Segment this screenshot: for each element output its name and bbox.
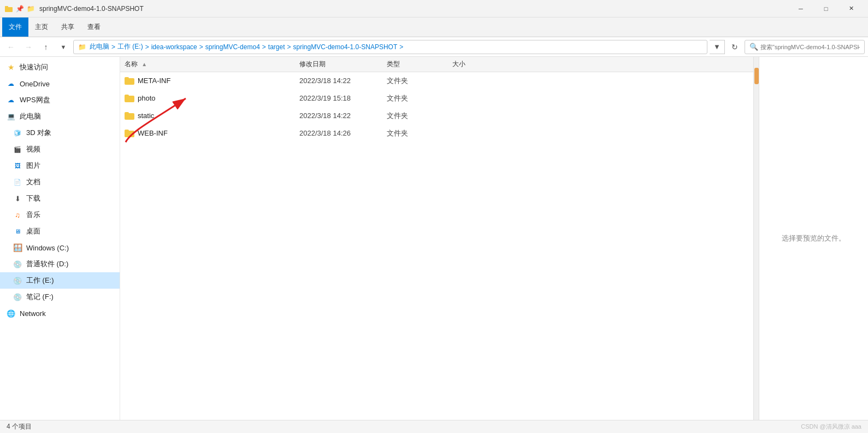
- table-row[interactable]: photo 2022/3/19 15:18 文件夹: [120, 90, 753, 107]
- sidebar-item-onedrive[interactable]: ☁ OneDrive: [0, 75, 120, 92]
- sidebar-item-3d[interactable]: 🧊 3D 对象: [0, 125, 120, 141]
- folder-icon-photo: [125, 95, 134, 102]
- file-date-web-inf: 2022/3/18 14:26: [295, 129, 382, 137]
- tab-home[interactable]: 主页: [28, 17, 55, 37]
- sidebar-label-documents: 文档: [26, 177, 40, 187]
- column-size[interactable]: 大小: [448, 60, 503, 69]
- sidebar-item-desktop[interactable]: 🖥 桌面: [0, 223, 120, 239]
- this-pc-icon: 💻: [7, 112, 15, 121]
- file-name-meta-inf: META-INF: [120, 77, 295, 85]
- sidebar-label-music: 音乐: [26, 210, 40, 220]
- table-row[interactable]: WEB-INF 2022/3/18 14:26 文件夹: [120, 125, 753, 142]
- folder-icon-meta-inf: [125, 77, 134, 85]
- address-row: ← → ↑ ▼ 📁 此电脑 > 工作 (E:) > idea-workspace…: [0, 37, 868, 57]
- column-headers: 名称 ▲ 修改日期 类型 大小: [120, 57, 753, 72]
- window-controls: ─ □ ✕: [788, 0, 864, 17]
- sidebar-item-network[interactable]: 🌐 Network: [0, 305, 120, 321]
- breadcrumb-project[interactable]: springMVC-demo4: [205, 43, 260, 51]
- sidebar-label-network: Network: [20, 309, 46, 318]
- file-name-static: static: [120, 112, 295, 120]
- column-name[interactable]: 名称 ▲: [120, 60, 295, 69]
- sidebar-item-wps[interactable]: ☁ WPS网盘: [0, 92, 120, 108]
- tab-file[interactable]: 文件: [2, 17, 28, 37]
- sidebar-item-software-d[interactable]: 💿 普通软件 (D:): [0, 256, 120, 272]
- title-bar-icons: 📌 📁: [4, 4, 35, 13]
- sidebar-label-3d: 3D 对象: [26, 128, 51, 138]
- address-bar[interactable]: 📁 此电脑 > 工作 (E:) > idea-workspace > sprin…: [73, 40, 707, 54]
- quick-access-icon: ★: [7, 63, 15, 72]
- documents-icon: 📄: [13, 178, 22, 186]
- breadcrumb-this-pc[interactable]: 此电脑: [90, 42, 109, 51]
- sort-icon-name: ▲: [141, 61, 147, 67]
- sidebar-item-quick-access[interactable]: ★ 快速访问: [0, 59, 120, 75]
- onedrive-icon: ☁: [7, 79, 15, 88]
- tab-share[interactable]: 共享: [55, 17, 81, 37]
- file-date-meta-inf: 2022/3/18 14:22: [295, 77, 382, 85]
- title-icon-yellow: [4, 4, 13, 13]
- title-icon-pin: 📌: [15, 4, 24, 13]
- breadcrumb-e[interactable]: 工作 (E:): [117, 42, 143, 51]
- maximize-button[interactable]: □: [813, 0, 839, 17]
- sidebar-label-notes-f: 笔记 (F:): [26, 292, 54, 302]
- file-type-meta-inf: 文件夹: [382, 76, 448, 86]
- table-row[interactable]: static 2022/3/18 14:22 文件夹: [120, 107, 753, 125]
- vertical-scrollbar[interactable]: [753, 57, 759, 420]
- sidebar-label-desktop: 桌面: [26, 226, 40, 236]
- sidebar-label-pictures: 图片: [26, 161, 40, 171]
- sidebar-label-quick-access: 快速访问: [20, 62, 48, 72]
- table-row[interactable]: META-INF 2022/3/18 14:22 文件夹: [120, 72, 753, 90]
- file-list: META-INF 2022/3/18 14:22 文件夹 photo 2022/…: [120, 72, 753, 420]
- recent-button[interactable]: ▼: [56, 39, 71, 55]
- search-input[interactable]: [760, 44, 860, 50]
- ribbon: 文件 主页 共享 查看: [0, 17, 868, 37]
- sidebar-item-work-e[interactable]: 💿 工作 (E:): [0, 272, 120, 289]
- software-d-icon: 💿: [13, 260, 22, 268]
- search-box[interactable]: 🔍: [745, 40, 865, 54]
- preview-panel: 选择要预览的文件。: [759, 57, 868, 420]
- breadcrumb-snapshot[interactable]: springMVC-demo4-1.0-SNAPSHOT: [293, 43, 398, 51]
- work-e-icon: 💿: [13, 276, 22, 285]
- sidebar-label-software-d: 普通软件 (D:): [26, 259, 68, 269]
- sidebar: ★ 快速访问 ☁ OneDrive ☁ WPS网盘 💻 此电脑 🧊 3D 对象 …: [0, 57, 120, 420]
- column-date[interactable]: 修改日期: [295, 60, 382, 69]
- close-button[interactable]: ✕: [839, 0, 864, 17]
- sidebar-item-downloads[interactable]: ⬇ 下载: [0, 190, 120, 207]
- address-segments: 📁 此电脑 > 工作 (E:) > idea-workspace > sprin…: [78, 42, 404, 51]
- network-icon: 🌐: [7, 309, 15, 318]
- music-icon: ♫: [13, 210, 22, 219]
- back-button[interactable]: ←: [3, 39, 19, 55]
- folder-icon-static: [125, 112, 134, 120]
- sidebar-item-documents[interactable]: 📄 文档: [0, 174, 120, 190]
- videos-icon: 🎬: [13, 145, 22, 154]
- sidebar-label-wps: WPS网盘: [20, 95, 50, 105]
- breadcrumb-workspace[interactable]: idea-workspace: [151, 43, 197, 51]
- status-bar: 4 个项目 CSDN @清风微凉 aaa: [0, 420, 868, 433]
- sidebar-item-notes-f[interactable]: 💿 笔记 (F:): [0, 289, 120, 305]
- scrollbar-thumb: [754, 68, 759, 84]
- forward-button[interactable]: →: [21, 39, 36, 55]
- breadcrumb-target[interactable]: target: [268, 43, 285, 51]
- up-button[interactable]: ↑: [38, 39, 54, 55]
- sidebar-item-this-pc[interactable]: 💻 此电脑: [0, 108, 120, 125]
- pictures-icon: 🖼: [13, 161, 22, 170]
- window-title: springMVC-demo4-1.0-SNAPSHOT: [39, 5, 788, 13]
- refresh-button[interactable]: ↻: [727, 39, 742, 55]
- item-count: 4 个项目: [7, 422, 32, 431]
- main-layout: ★ 快速访问 ☁ OneDrive ☁ WPS网盘 💻 此电脑 🧊 3D 对象 …: [0, 57, 868, 420]
- sidebar-item-pictures[interactable]: 🖼 图片: [0, 157, 120, 174]
- sidebar-label-work-e: 工作 (E:): [26, 276, 54, 285]
- address-dropdown-button[interactable]: ▼: [710, 40, 725, 54]
- sidebar-label-this-pc: 此电脑: [20, 112, 41, 121]
- column-type[interactable]: 类型: [382, 60, 448, 69]
- sidebar-item-videos[interactable]: 🎬 视频: [0, 141, 120, 157]
- file-type-static: 文件夹: [382, 111, 448, 121]
- wps-icon: ☁: [7, 96, 15, 104]
- title-icon-folder: 📁: [26, 4, 35, 13]
- tab-view[interactable]: 查看: [81, 17, 107, 37]
- sidebar-item-music[interactable]: ♫ 音乐: [0, 207, 120, 223]
- downloads-icon: ⬇: [13, 194, 22, 203]
- file-date-static: 2022/3/18 14:22: [295, 112, 382, 120]
- sidebar-item-windows-c[interactable]: 🪟 Windows (C:): [0, 239, 120, 256]
- minimize-button[interactable]: ─: [788, 0, 813, 17]
- file-type-web-inf: 文件夹: [382, 128, 448, 138]
